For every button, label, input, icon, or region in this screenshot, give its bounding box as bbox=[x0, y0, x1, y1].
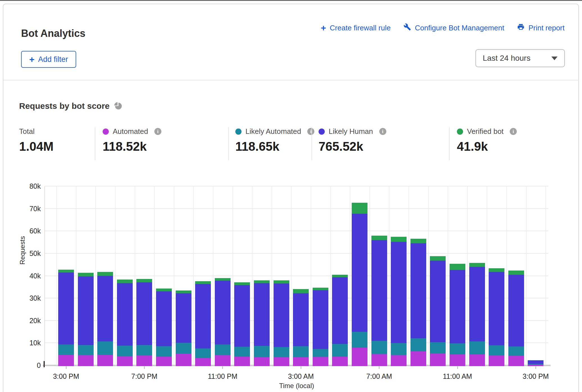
bar-hour-15 bbox=[352, 203, 367, 366]
bar-segment-likely-automated bbox=[489, 345, 504, 355]
bar-segment-likely-human bbox=[332, 277, 348, 344]
print-report-link[interactable]: Print report bbox=[517, 23, 565, 33]
bar-segment-automated bbox=[293, 357, 309, 366]
bar-segment-verified-bot bbox=[156, 289, 172, 291]
bar-segment-likely-automated bbox=[78, 345, 94, 355]
bar-hour-11 bbox=[274, 280, 289, 366]
bar-hour-18 bbox=[410, 239, 426, 366]
configure-bot-management-link[interactable]: Configure Bot Management bbox=[403, 23, 504, 33]
create-firewall-rule-link[interactable]: + Create firewall rule bbox=[321, 24, 391, 32]
bar-segment-likely-human bbox=[293, 293, 309, 346]
bar-hour-13 bbox=[313, 288, 328, 366]
x-axis-tick-labels: 3:00 PM7:00 PM11:00 PM3:00 AM7:00 AM11:0… bbox=[45, 372, 548, 382]
bar-segment-automated bbox=[489, 355, 504, 366]
x-tick-label: 3:00 PM bbox=[38, 372, 94, 380]
bar-hour-3 bbox=[117, 280, 133, 366]
bar-segment-automated bbox=[254, 357, 270, 366]
gridline-horizontal bbox=[45, 231, 548, 231]
stat-total-value: 1.04M bbox=[19, 139, 53, 154]
bar-segment-likely-automated bbox=[469, 341, 485, 354]
gridline-vertical bbox=[487, 186, 487, 365]
add-filter-button[interactable]: + Add filter bbox=[21, 51, 76, 68]
gridline-vertical bbox=[154, 186, 155, 365]
stat-verified-bot-value: 41.9k bbox=[457, 139, 517, 154]
y-tick-label: 20k bbox=[8, 316, 41, 325]
bar-hour-0 bbox=[58, 270, 74, 366]
gridline-vertical bbox=[252, 186, 252, 365]
create-firewall-rule-label: Create firewall rule bbox=[330, 24, 391, 32]
stat-divider bbox=[95, 127, 95, 160]
bar-hour-7 bbox=[195, 281, 211, 366]
bar-segment-likely-human bbox=[410, 243, 426, 338]
bar-segment-automated bbox=[78, 355, 94, 366]
bar-segment-likely-automated bbox=[234, 347, 250, 357]
bar-segment-likely-human bbox=[489, 272, 504, 345]
x-axis-tick bbox=[535, 366, 536, 369]
printer-icon bbox=[517, 23, 525, 33]
bar-segment-likely-human bbox=[234, 285, 250, 347]
bar-segment-likely-automated bbox=[195, 348, 211, 358]
bar-segment-verified-bot bbox=[410, 239, 426, 243]
bar-hour-6 bbox=[176, 290, 191, 366]
bar-segment-likely-automated bbox=[58, 344, 74, 355]
x-axis-tick bbox=[301, 366, 301, 369]
bar-segment-likely-automated bbox=[410, 338, 426, 351]
bar-segment-likely-automated bbox=[313, 349, 328, 357]
bar-segment-likely-automated bbox=[97, 341, 113, 355]
plus-icon: + bbox=[321, 24, 326, 31]
gridline-vertical bbox=[448, 186, 448, 365]
bar-segment-likely-automated bbox=[293, 346, 309, 357]
gridline-vertical bbox=[56, 186, 57, 365]
bar-segment-likely-automated bbox=[391, 343, 407, 355]
stat-total: Total 1.04M bbox=[19, 127, 53, 154]
gridline-vertical bbox=[233, 186, 233, 365]
bar-hour-14 bbox=[332, 275, 348, 366]
gridline-vertical bbox=[389, 186, 389, 365]
bar-segment-likely-automated bbox=[215, 344, 231, 355]
info-icon[interactable]: i bbox=[307, 128, 314, 135]
bar-segment-likely-human bbox=[352, 214, 367, 332]
bar-segment-automated bbox=[469, 354, 485, 366]
bar-hour-12 bbox=[293, 289, 309, 366]
bar-segment-likely-automated bbox=[508, 346, 524, 356]
bar-segment-likely-human bbox=[391, 242, 407, 343]
gridline-horizontal bbox=[45, 186, 548, 186]
gridline-vertical bbox=[526, 186, 527, 365]
info-icon[interactable]: i bbox=[510, 128, 517, 135]
pie-chart-icon bbox=[114, 102, 122, 110]
bar-segment-verified-bot bbox=[234, 282, 250, 285]
stat-likely-human-value: 765.52k bbox=[319, 139, 386, 154]
bar-segment-likely-human bbox=[528, 361, 543, 364]
bar-segment-automated bbox=[117, 356, 133, 366]
bar-segment-likely-human bbox=[371, 240, 387, 341]
bar-segment-automated bbox=[430, 353, 446, 366]
bar-segment-likely-human bbox=[195, 284, 211, 348]
stat-divider bbox=[312, 127, 312, 160]
info-icon[interactable]: i bbox=[379, 128, 386, 135]
bar-segment-verified-bot bbox=[508, 271, 524, 275]
bar-segment-automated bbox=[528, 365, 543, 366]
bar-segment-likely-human bbox=[176, 293, 191, 343]
x-tick-label: 11:00 AM bbox=[429, 372, 486, 380]
gridline-vertical bbox=[545, 186, 546, 365]
info-icon[interactable]: i bbox=[154, 128, 161, 135]
bar-hour-20 bbox=[450, 264, 465, 366]
bar-hour-19 bbox=[430, 256, 446, 366]
gridline-vertical bbox=[272, 186, 272, 365]
configure-bot-management-label: Configure Bot Management bbox=[415, 24, 504, 32]
gridline-vertical bbox=[193, 186, 194, 365]
stat-total-label: Total bbox=[19, 127, 35, 136]
x-axis-tick bbox=[457, 366, 458, 369]
bar-segment-automated bbox=[176, 354, 191, 366]
bar-segment-automated bbox=[195, 358, 211, 366]
gridline-vertical bbox=[213, 186, 213, 365]
verified-bot-dot-icon bbox=[457, 129, 463, 135]
x-axis-tick bbox=[66, 366, 67, 369]
bar-segment-automated bbox=[156, 357, 172, 366]
time-range-select[interactable]: Last 24 hours bbox=[475, 49, 565, 67]
bar-segment-automated bbox=[391, 355, 407, 366]
bar-segment-automated bbox=[410, 351, 426, 366]
bar-segment-likely-automated bbox=[117, 346, 133, 356]
likely-human-dot-icon bbox=[319, 129, 325, 135]
bar-segment-verified-bot bbox=[391, 237, 407, 242]
